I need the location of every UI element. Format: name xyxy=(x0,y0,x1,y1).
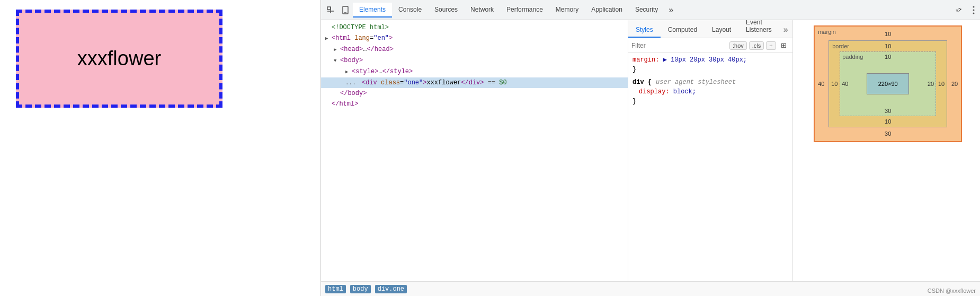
breadcrumb-div[interactable]: div.one xyxy=(375,285,407,293)
style-rule-div: div { user agent stylesheet display: blo… xyxy=(632,77,788,106)
html-line-style[interactable]: ▶<style>…</style> xyxy=(321,66,628,77)
tab-performance[interactable]: Performance xyxy=(500,3,549,18)
breadcrumb-html[interactable]: html xyxy=(325,285,346,293)
subtab-styles[interactable]: Styles xyxy=(628,23,661,38)
style-rule-margin: margin: ▶ 10px 20px 30px 40px; } xyxy=(632,55,788,74)
subtab-event-listeners[interactable]: Event Listeners xyxy=(738,20,779,38)
breadcrumb-bar: html body div.one xyxy=(321,281,980,296)
padding-right-value: 20 xyxy=(928,81,934,87)
border-top-value: 10 xyxy=(885,43,891,49)
tab-network[interactable]: Network xyxy=(464,3,500,18)
devtools-tab-bar: Elements Console Sources Network Perform… xyxy=(321,0,980,20)
box-model-padding: padding 10 30 40 20 220×90 xyxy=(840,51,936,116)
preview-text: xxxflower xyxy=(77,47,161,70)
box-model-area: margin 10 30 40 20 border 10 10 10 10 xyxy=(792,20,980,281)
styles-filter-bar: :hov .cls + ⊞ xyxy=(628,38,792,53)
box-model-diagram: margin 10 30 40 20 border 10 10 10 10 xyxy=(814,25,962,142)
tab-console[interactable]: Console xyxy=(392,3,428,18)
filter-extra-btn[interactable]: ⊞ xyxy=(778,41,789,50)
html-line-body-close: </body> xyxy=(321,88,628,99)
subtab-computed[interactable]: Computed xyxy=(661,23,705,38)
margin-label: margin xyxy=(818,29,836,35)
filter-hov-btn[interactable]: :hov xyxy=(729,41,747,50)
svg-point-5 xyxy=(973,6,974,7)
border-left-value: 10 xyxy=(831,81,838,87)
filter-cls-btn[interactable]: .cls xyxy=(749,41,764,50)
styles-content: margin: ▶ 10px 20px 30px 40px; } div { u… xyxy=(628,53,792,281)
html-line-body[interactable]: ▼<body> xyxy=(321,55,628,66)
styles-filter-input[interactable] xyxy=(631,42,727,49)
padding-top-value: 10 xyxy=(885,54,891,60)
box-model-content: 220×90 xyxy=(867,73,909,94)
html-line-html[interactable]: ▶<html lang="en"> xyxy=(321,33,628,44)
settings-icon[interactable] xyxy=(951,3,966,18)
margin-right-value: 20 xyxy=(951,81,958,87)
styles-subtab-bar: Styles Computed Layout Event Listeners » xyxy=(628,20,792,38)
html-line-doctype: <!DOCTYPE html> xyxy=(321,22,628,33)
more-options-icon[interactable] xyxy=(966,3,980,18)
subtab-layout[interactable]: Layout xyxy=(705,23,738,38)
svg-point-7 xyxy=(973,12,974,14)
device-icon[interactable] xyxy=(338,3,353,18)
more-tabs-icon[interactable]: » xyxy=(664,2,678,18)
tab-elements[interactable]: Elements xyxy=(353,3,392,18)
margin-left-value: 40 xyxy=(818,81,824,87)
tab-memory[interactable]: Memory xyxy=(549,3,585,18)
preview-panel: xxxflower xyxy=(0,0,320,296)
filter-add-btn[interactable]: + xyxy=(766,41,776,50)
padding-label: padding xyxy=(842,54,863,60)
breadcrumb-body[interactable]: body xyxy=(350,285,371,293)
svg-rect-0 xyxy=(327,7,331,10)
html-line-html-close: </html> xyxy=(321,99,628,109)
box-model-border: border 10 10 10 10 padding 10 30 40 20 xyxy=(828,40,947,127)
inspect-icon[interactable] xyxy=(323,3,338,18)
margin-top-value: 10 xyxy=(885,31,891,37)
content-size: 220×90 xyxy=(878,81,898,87)
styles-panel: Styles Computed Layout Event Listeners »… xyxy=(628,20,792,281)
html-line-head[interactable]: ▶<head>…</head> xyxy=(321,44,628,55)
tab-security[interactable]: Security xyxy=(629,3,664,18)
devtools-body: <!DOCTYPE html> ▶<html lang="en"> ▶<head… xyxy=(321,20,980,281)
tab-sources[interactable]: Sources xyxy=(428,3,464,18)
padding-bottom-value: 30 xyxy=(885,108,891,114)
border-label: border xyxy=(832,43,849,49)
padding-left-value: 40 xyxy=(842,81,848,87)
devtools-panel: Elements Console Sources Network Perform… xyxy=(320,0,980,296)
border-right-value: 10 xyxy=(938,81,945,87)
styles-more-icon[interactable]: » xyxy=(779,22,792,38)
tab-application[interactable]: Application xyxy=(585,3,629,18)
preview-element: xxxflower xyxy=(16,10,222,108)
border-bottom-value: 10 xyxy=(885,118,891,125)
margin-bottom-value: 30 xyxy=(885,130,891,137)
elements-panel: <!DOCTYPE html> ▶<html lang="en"> ▶<head… xyxy=(321,20,628,281)
svg-point-6 xyxy=(973,9,974,11)
box-model-margin: margin 10 30 40 20 border 10 10 10 10 xyxy=(814,25,962,142)
html-line-div[interactable]: ... <div class="one">xxxflower</div> == … xyxy=(321,77,628,88)
